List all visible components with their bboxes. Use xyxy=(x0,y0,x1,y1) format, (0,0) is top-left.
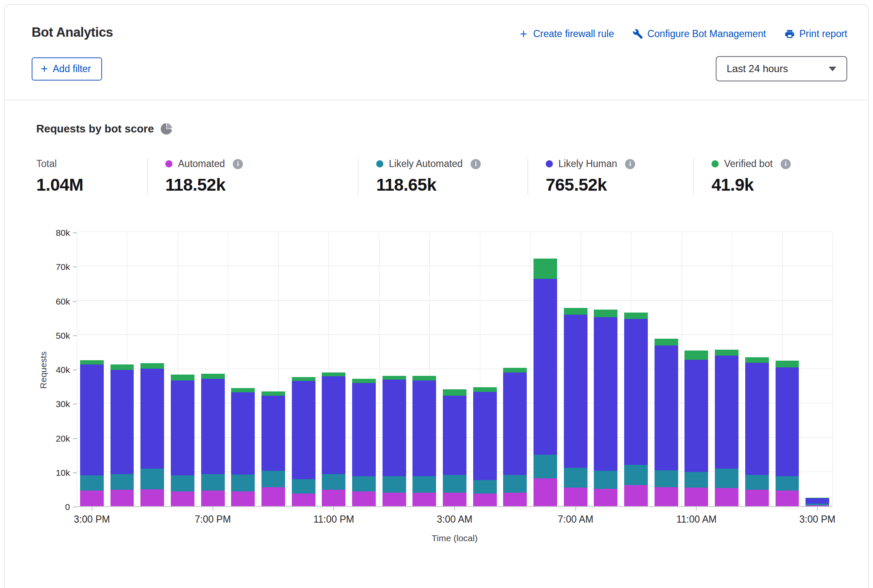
info-icon[interactable]: i xyxy=(781,159,791,169)
bar-7-00-pm[interactable] xyxy=(201,374,225,506)
bar-2-00-am[interactable] xyxy=(412,376,436,506)
bar-segment-likely-human[interactable] xyxy=(715,356,738,469)
bar-segment-automated[interactable] xyxy=(624,485,648,506)
bar-segment-verified-bot[interactable] xyxy=(715,350,738,356)
bar-segment-verified-bot[interactable] xyxy=(231,388,255,393)
bar-segment-likely-automated[interactable] xyxy=(231,475,255,491)
bar-segment-likely-automated[interactable] xyxy=(261,471,285,488)
bar-segment-automated[interactable] xyxy=(594,489,617,506)
bar-5-00-am[interactable] xyxy=(503,368,527,506)
bar-segment-likely-human[interactable] xyxy=(564,315,587,468)
bar-segment-verified-bot[interactable] xyxy=(564,308,587,314)
bar-segment-likely-automated[interactable] xyxy=(352,476,376,491)
bar-segment-verified-bot[interactable] xyxy=(352,379,376,383)
bar-segment-verified-bot[interactable] xyxy=(261,391,285,396)
bar-3-00-am[interactable] xyxy=(443,389,466,506)
bar-segment-likely-human[interactable] xyxy=(80,364,104,475)
bar-segment-likely-automated[interactable] xyxy=(745,475,769,490)
bar-segment-likely-automated[interactable] xyxy=(594,471,617,489)
bar-segment-likely-automated[interactable] xyxy=(383,476,406,493)
bar-segment-automated[interactable] xyxy=(412,493,436,507)
bar-segment-verified-bot[interactable] xyxy=(624,313,648,319)
bar-segment-likely-human[interactable] xyxy=(261,396,285,471)
bar-segment-likely-human[interactable] xyxy=(806,498,829,504)
bar-segment-automated[interactable] xyxy=(352,491,376,506)
bar-segment-likely-human[interactable] xyxy=(503,372,527,475)
bar-segment-likely-human[interactable] xyxy=(776,367,799,476)
bar-11-00-am[interactable] xyxy=(684,351,708,506)
bar-segment-likely-human[interactable] xyxy=(655,345,678,470)
bar-segment-likely-human[interactable] xyxy=(684,360,708,472)
bar-segment-verified-bot[interactable] xyxy=(503,368,527,372)
bar-segment-likely-human[interactable] xyxy=(594,317,617,471)
bar-segment-likely-automated[interactable] xyxy=(503,475,527,493)
bar-4-00-am[interactable] xyxy=(473,387,497,506)
bar-2-00-pm[interactable] xyxy=(776,361,799,506)
bar-segment-verified-bot[interactable] xyxy=(412,376,436,380)
bar-8-00-am[interactable] xyxy=(594,310,617,506)
bar-5-00-pm[interactable] xyxy=(140,363,164,506)
bar-segment-verified-bot[interactable] xyxy=(292,377,315,381)
bar-1-00-am[interactable] xyxy=(383,376,406,506)
bar-segment-likely-automated[interactable] xyxy=(684,472,708,488)
bar-11-00-pm[interactable] xyxy=(322,372,345,506)
bar-segment-automated[interactable] xyxy=(806,505,829,506)
bar-segment-likely-automated[interactable] xyxy=(201,474,225,491)
bar-segment-likely-automated[interactable] xyxy=(564,468,587,488)
bar-4-00-pm[interactable] xyxy=(110,364,134,506)
bar-9-00-pm[interactable] xyxy=(261,391,285,506)
bar-segment-likely-automated[interactable] xyxy=(80,475,104,491)
bar-segment-verified-bot[interactable] xyxy=(140,363,164,369)
create-firewall-rule-link[interactable]: Create firewall rule xyxy=(518,28,614,40)
bar-segment-likely-human[interactable] xyxy=(140,369,164,468)
bar-segment-likely-automated[interactable] xyxy=(110,474,134,490)
bar-segment-verified-bot[interactable] xyxy=(594,310,617,317)
bar-segment-likely-human[interactable] xyxy=(231,392,255,475)
bar-segment-automated[interactable] xyxy=(110,490,134,506)
bar-3-00-pm[interactable] xyxy=(806,498,829,506)
time-range-select[interactable]: Last 24 hours xyxy=(716,56,847,81)
bar-segment-automated[interactable] xyxy=(231,491,255,506)
bar-segment-automated[interactable] xyxy=(715,488,738,506)
bar-segment-verified-bot[interactable] xyxy=(745,357,769,363)
bar-segment-likely-automated[interactable] xyxy=(292,479,315,494)
bar-segment-automated[interactable] xyxy=(171,491,194,506)
bar-segment-verified-bot[interactable] xyxy=(80,360,104,365)
bar-segment-likely-human[interactable] xyxy=(443,396,466,475)
bar-6-00-am[interactable] xyxy=(534,259,557,506)
bar-segment-automated[interactable] xyxy=(503,493,527,506)
bar-segment-automated[interactable] xyxy=(140,489,164,506)
bar-segment-likely-human[interactable] xyxy=(352,383,376,477)
bar-segment-likely-human[interactable] xyxy=(534,279,557,455)
bar-segment-automated[interactable] xyxy=(383,493,406,506)
bar-segment-automated[interactable] xyxy=(745,490,769,506)
bar-segment-likely-human[interactable] xyxy=(412,380,436,477)
bar-segment-verified-bot[interactable] xyxy=(383,376,406,380)
bar-segment-automated[interactable] xyxy=(292,494,315,506)
bar-8-00-pm[interactable] xyxy=(231,388,255,506)
bar-segment-likely-human[interactable] xyxy=(383,380,406,476)
bar-segment-likely-human[interactable] xyxy=(322,376,345,474)
bar-segment-likely-automated[interactable] xyxy=(715,469,738,488)
bar-segment-likely-automated[interactable] xyxy=(776,476,799,491)
bar-segment-verified-bot[interactable] xyxy=(201,374,225,379)
bar-segment-automated[interactable] xyxy=(443,493,466,506)
bar-segment-verified-bot[interactable] xyxy=(684,351,708,360)
bar-segment-automated[interactable] xyxy=(322,490,345,506)
bar-segment-automated[interactable] xyxy=(201,491,225,506)
bar-segment-likely-human[interactable] xyxy=(171,380,194,475)
info-icon[interactable]: i xyxy=(625,159,635,169)
bar-segment-verified-bot[interactable] xyxy=(171,375,194,380)
bar-segment-likely-human[interactable] xyxy=(110,370,134,475)
add-filter-button[interactable]: Add filter xyxy=(32,57,102,81)
bar-segment-likely-automated[interactable] xyxy=(412,476,436,492)
bar-segment-automated[interactable] xyxy=(261,487,285,506)
bar-segment-verified-bot[interactable] xyxy=(322,372,345,376)
bar-segment-likely-human[interactable] xyxy=(201,379,225,474)
configure-bot-management-link[interactable]: Configure Bot Management xyxy=(633,28,766,40)
bar-3-00-pm[interactable] xyxy=(80,360,104,506)
bar-10-00-pm[interactable] xyxy=(292,377,315,506)
bar-segment-verified-bot[interactable] xyxy=(534,259,557,279)
bar-segment-automated[interactable] xyxy=(655,487,678,507)
bar-segment-likely-human[interactable] xyxy=(624,319,648,464)
